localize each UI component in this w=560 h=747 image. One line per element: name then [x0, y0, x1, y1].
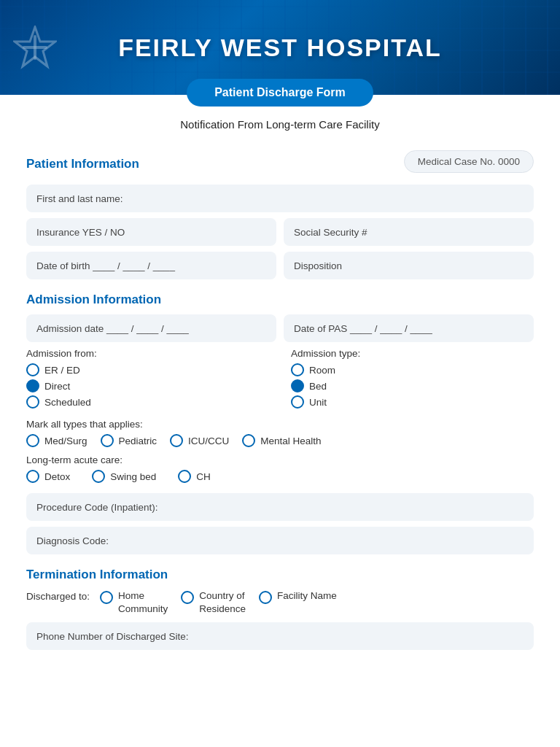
radio-ch[interactable]: CH — [178, 470, 211, 483]
discharged-to-label: Discharged to: — [26, 589, 90, 602]
form-content: Patient Information Medical Case No. 000… — [0, 138, 560, 678]
discharged-facility-name[interactable]: Facility Name — [259, 589, 337, 604]
date-of-pas-field[interactable]: Date of PAS ____ / ____ / ____ — [284, 314, 534, 342]
radio-circle-ch — [178, 470, 191, 483]
insurance-field[interactable]: Insurance YES / NO — [26, 218, 276, 246]
radio-detox[interactable]: Detox — [26, 470, 70, 483]
ltac-label: Long-term acute care: — [26, 454, 534, 465]
discharged-home-community[interactable]: HomeCommunity — [100, 589, 168, 615]
radio-label-er: ER / ED — [44, 365, 80, 376]
radio-circle-home-community — [100, 591, 113, 604]
radio-label-pediatric: Pediatric — [119, 436, 158, 446]
mark-types-row: Med/Surg Pediatric ICU/CCU Mental Health — [26, 434, 534, 447]
radio-label-med-surg: Med/Surg — [44, 436, 88, 446]
discharged-to-row: Discharged to: HomeCommunity Country ofR… — [26, 589, 534, 615]
radio-circle-pediatric — [101, 434, 114, 447]
radio-mental-health[interactable]: Mental Health — [242, 434, 321, 447]
radio-room[interactable]: Room — [291, 363, 534, 376]
admission-dates-row: Admission date ____ / ____ / ____ Date o… — [26, 314, 534, 342]
radio-label-direct: Direct — [44, 381, 70, 392]
dob-disposition-row: Date of birth ____ / ____ / ____ Disposi… — [26, 252, 534, 279]
admission-from-options: ER / ED Direct Scheduled — [26, 363, 269, 409]
radio-circle-er — [26, 363, 39, 376]
radio-circle-country-residence — [181, 591, 194, 604]
name-field[interactable]: First and last name: — [26, 185, 534, 212]
radio-label-detox: Detox — [44, 471, 70, 482]
radio-label-ch: CH — [196, 471, 211, 482]
radio-swing-bed[interactable]: Swing bed — [92, 470, 156, 483]
disposition-field[interactable]: Disposition — [284, 252, 534, 279]
radio-bed[interactable]: Bed — [291, 379, 534, 392]
radio-label-swing-bed: Swing bed — [110, 471, 156, 482]
discharged-country-residence-label: Country ofResidence — [199, 589, 246, 615]
radio-pediatric[interactable]: Pediatric — [101, 434, 158, 447]
social-security-field[interactable]: Social Security # — [284, 218, 534, 246]
radio-circle-mental-health — [242, 434, 255, 447]
radio-circle-direct — [26, 379, 39, 392]
discharged-home-community-label: HomeCommunity — [118, 589, 168, 615]
radio-label-icu: ICU/CCU — [188, 436, 229, 446]
termination-section-title: Termination Information — [26, 568, 534, 582]
ltac-row: Detox Swing bed CH — [26, 470, 534, 483]
medical-star-icon — [13, 26, 57, 69]
procedure-code-row: Procedure Code (Inpatient): — [26, 493, 534, 521]
radio-circle-bed — [291, 379, 304, 392]
admission-section-title: Admission Information — [26, 293, 534, 307]
admission-from-col: Admission from: ER / ED Direct Scheduled — [26, 348, 269, 411]
radio-circle-med-surg — [26, 434, 39, 447]
discharged-facility-name-label: Facility Name — [277, 589, 337, 603]
medical-case-number: Medical Case No. 0000 — [404, 150, 534, 173]
radio-label-bed: Bed — [309, 381, 327, 392]
radio-circle-unit — [291, 395, 304, 409]
admission-from-label: Admission from: — [26, 348, 269, 359]
patient-info-header: Patient Information Medical Case No. 000… — [26, 144, 534, 179]
hospital-name: FEIRLY WEST HOSPITAL — [118, 34, 442, 62]
radio-circle-scheduled — [26, 395, 39, 409]
radio-label-room: Room — [309, 365, 335, 376]
radio-direct[interactable]: Direct — [26, 379, 269, 392]
radio-icu-ccu[interactable]: ICU/CCU — [170, 434, 229, 447]
radio-label-unit: Unit — [309, 397, 327, 408]
patient-section-title: Patient Information — [26, 157, 139, 171]
radio-circle-room — [291, 363, 304, 376]
radio-er-ed[interactable]: ER / ED — [26, 363, 269, 376]
diagnosis-code-field[interactable]: Diagnosis Code: — [26, 527, 534, 554]
diagnosis-code-row: Diagnosis Code: — [26, 527, 534, 554]
radio-scheduled[interactable]: Scheduled — [26, 395, 269, 409]
radio-label-mental-health: Mental Health — [260, 436, 321, 446]
insurance-ss-row: Insurance YES / NO Social Security # — [26, 218, 534, 246]
admission-from-type-row: Admission from: ER / ED Direct Scheduled… — [26, 348, 534, 411]
phone-field[interactable]: Phone Number of Discharged Site: — [26, 622, 534, 650]
radio-circle-icu — [170, 434, 183, 447]
form-subtitle: Notification From Long-term Care Facilit… — [0, 118, 560, 131]
admission-type-label: Admission type: — [291, 348, 534, 359]
name-row: First and last name: — [26, 185, 534, 212]
phone-row: Phone Number of Discharged Site: — [26, 622, 534, 650]
form-badge: Patient Discharge Form — [187, 79, 373, 107]
radio-med-surg[interactable]: Med/Surg — [26, 434, 88, 447]
dob-field[interactable]: Date of birth ____ / ____ / ____ — [26, 252, 276, 279]
procedure-code-field[interactable]: Procedure Code (Inpatient): — [26, 493, 534, 521]
radio-unit[interactable]: Unit — [291, 395, 534, 409]
discharged-country-residence[interactable]: Country ofResidence — [181, 589, 246, 615]
admission-date-field[interactable]: Admission date ____ / ____ / ____ — [26, 314, 276, 342]
admission-type-col: Admission type: Room Bed Unit — [291, 348, 534, 411]
radio-circle-swing-bed — [92, 470, 105, 483]
admission-type-options: Room Bed Unit — [291, 363, 534, 409]
radio-label-scheduled: Scheduled — [44, 397, 91, 408]
radio-circle-facility-name — [259, 591, 272, 604]
mark-types-label: Mark all types that applies: — [26, 419, 534, 430]
form-badge-row: Patient Discharge Form — [0, 79, 560, 107]
radio-circle-detox — [26, 470, 39, 483]
discharged-options: HomeCommunity Country ofResidence Facili… — [100, 589, 337, 615]
